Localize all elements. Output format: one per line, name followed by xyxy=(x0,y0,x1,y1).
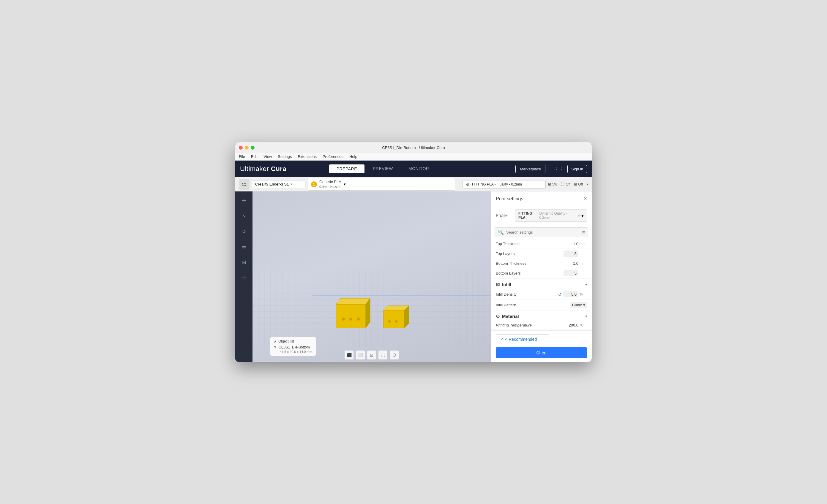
settings-header: Print settings × xyxy=(491,191,592,206)
object-list-panel: ∧ Object list ✎ CE3S1_Die-Bottom 41.5 x … xyxy=(270,337,316,356)
support-icon: ⛶ xyxy=(561,182,565,186)
material-section-header[interactable]: ⊙ Material ▾ xyxy=(491,311,592,321)
die-large xyxy=(333,292,375,332)
settings-footer: < < Recommended Slice xyxy=(491,330,592,362)
infill-pattern-row: Infill Pattern Cubic ▾ xyxy=(491,300,592,311)
menu-view[interactable]: View xyxy=(263,154,272,159)
view-cube-icon[interactable]: ⬛ xyxy=(345,350,353,359)
close-button[interactable] xyxy=(239,146,243,150)
material-chevron: ▾ xyxy=(344,182,346,186)
svg-point-11 xyxy=(395,320,397,323)
menu-file[interactable]: File xyxy=(239,154,245,159)
grid-icon[interactable]: ⋮⋮⋮ xyxy=(548,166,565,172)
signin-button[interactable]: Sign in xyxy=(567,165,587,173)
marketplace-button[interactable]: Marketplace xyxy=(516,165,545,173)
header-right: Marketplace ⋮⋮⋮ Sign in xyxy=(516,165,587,173)
star-icon: ★ xyxy=(578,213,581,218)
bottom-thickness-value: 1.0 xyxy=(565,261,578,266)
infill-density-label: Infill Density xyxy=(496,292,558,296)
slice-button[interactable]: Slice xyxy=(496,347,587,358)
adhesion-icon: ⊞ xyxy=(574,182,577,186)
settings-close-button[interactable]: × xyxy=(584,195,587,202)
edit-icon: ✎ xyxy=(274,345,277,349)
view-xray-icon[interactable]: ⬚ xyxy=(379,350,387,359)
material-nozzle: 0.4mm Nozzle xyxy=(319,185,341,189)
window-title: CE3S1_Die-Bottom - Ultimaker Cura xyxy=(382,146,445,150)
view-solid-icon[interactable]: ⬜ xyxy=(356,350,365,359)
viewport[interactable]: ∧ Object list ✎ CE3S1_Die-Bottom 41.5 x … xyxy=(252,191,491,362)
infill-pattern-chevron: ▾ xyxy=(583,303,585,307)
infill-pattern-dropdown[interactable]: Cubic ▾ xyxy=(570,302,587,308)
profile-selector[interactable]: FITTING PLA Dynamic Quality - 0.2mm ★ ▾ xyxy=(515,209,587,222)
settings-title: Print settings xyxy=(496,196,523,202)
maximize-button[interactable] xyxy=(251,146,254,150)
settings-icons: ⊠ 5% ⛶ Off ⊞ Off ▾ xyxy=(548,182,588,186)
infill-section-label: Infill xyxy=(502,282,511,287)
die-large-svg xyxy=(333,292,375,331)
tab-preview[interactable]: PREVIEW xyxy=(366,164,400,173)
profile-chevron[interactable]: ▾ xyxy=(586,182,588,186)
top-layers-input[interactable] xyxy=(564,250,578,257)
material-selector[interactable]: 1 Generic PLA 0.4mm Nozzle ▾ xyxy=(308,178,455,190)
collapse-icon[interactable]: ∧ xyxy=(274,339,277,343)
material-section-icon: ⊙ xyxy=(496,314,500,319)
profile-dropdown-chevron: ▾ xyxy=(581,213,584,218)
search-bar: 🔍 ≡ xyxy=(495,227,588,237)
app-logo: Ultimaker Cura xyxy=(240,165,286,173)
infill-chevron-down: ▾ xyxy=(585,283,587,287)
top-layers-label: Top Layers xyxy=(496,251,564,256)
menu-edit[interactable]: Edit xyxy=(251,154,257,159)
infill-density-unit: % xyxy=(580,292,587,296)
logo-light: Ultimaker xyxy=(240,165,269,172)
hamburger-icon[interactable]: ≡ xyxy=(582,230,585,235)
infill-section-header[interactable]: ⊠ Infill ▾ xyxy=(491,279,592,289)
material-chevron-down: ▾ xyxy=(585,314,587,319)
undo-icon[interactable]: ↺ xyxy=(239,226,249,236)
print-temp-value: 200.0 xyxy=(565,323,578,327)
svg-point-4 xyxy=(342,318,345,321)
svg-point-5 xyxy=(349,318,352,321)
printer-chevron: ▾ xyxy=(291,182,292,186)
print-profile-selector[interactable]: ⚙ FITTING PLA - ...uality - 0.2mm xyxy=(463,180,546,188)
bottom-thickness-unit: mm xyxy=(580,262,587,266)
print-settings-panel: Print settings × Profile FITTING PLA Dyn… xyxy=(491,191,592,362)
infill-pattern-value: Cubic xyxy=(572,303,582,307)
recommended-button[interactable]: < < Recommended xyxy=(496,334,549,344)
tab-prepare[interactable]: PREPARE xyxy=(329,164,364,173)
infill-density-input[interactable] xyxy=(564,291,578,297)
adhesion-label: Off xyxy=(578,182,583,186)
group-icon[interactable]: ⊞ xyxy=(239,257,249,268)
printer-selector[interactable]: Creality Ender-3 S1 ▾ xyxy=(252,180,305,188)
menu-settings[interactable]: Settings xyxy=(278,154,292,159)
svg-marker-7 xyxy=(384,310,404,328)
folder-button[interactable]: 🗁 xyxy=(239,179,249,190)
view-wire-icon[interactable]: ⊡ xyxy=(367,350,376,359)
view-layer-icon[interactable]: ⬡ xyxy=(390,350,399,359)
bottom-layers-input[interactable] xyxy=(564,270,578,276)
menu-help[interactable]: Help xyxy=(349,154,357,159)
print-temp-label: Printing Temperature xyxy=(496,323,565,327)
scale-icon[interactable]: ⤡ xyxy=(239,211,249,221)
object-name: CE3S1_Die-Bottom xyxy=(279,345,310,349)
profile-row-label: Profile xyxy=(496,213,512,218)
material-section-left: ⊙ Material xyxy=(496,314,519,319)
infill-section-icon: ⊠ xyxy=(496,282,500,287)
material-section-label: Material xyxy=(502,314,519,319)
search-icon: 🔍 xyxy=(498,229,504,235)
menu-bar: File Edit View Settings Extensions Prefe… xyxy=(235,153,592,161)
profile-name: FITTING PLA - ...uality - 0.2mm xyxy=(472,182,522,186)
move-icon[interactable]: ✛ xyxy=(239,195,249,206)
profile-icon: ⚙ xyxy=(466,182,470,187)
tab-monitor[interactable]: MONITOR xyxy=(401,164,436,173)
reset-infill-icon[interactable]: ↺ xyxy=(558,292,562,297)
mirror-icon[interactable]: ⇄ xyxy=(239,241,249,252)
minimize-button[interactable] xyxy=(245,146,249,150)
print-temp-row: Printing Temperature 200.0 °C xyxy=(491,321,592,330)
menu-preferences[interactable]: Preferences xyxy=(323,154,343,159)
menu-extensions[interactable]: Extensions xyxy=(298,154,317,159)
logo-bold: Cura xyxy=(269,165,286,172)
top-thickness-label: Top Thickness xyxy=(496,242,565,246)
search-input[interactable] xyxy=(506,230,580,234)
svg-marker-2 xyxy=(336,298,370,304)
support-icon[interactable]: ⊹ xyxy=(239,272,249,283)
